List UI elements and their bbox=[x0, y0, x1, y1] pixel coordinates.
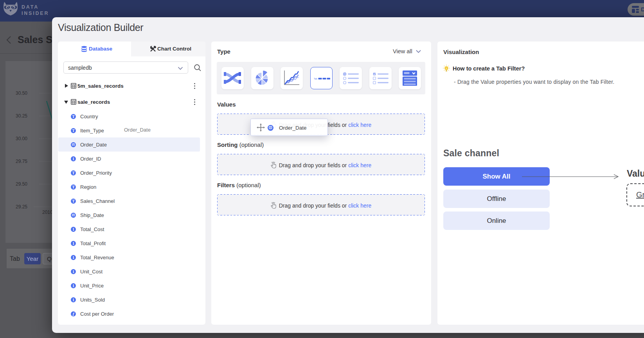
svg-text:Tab: Tab bbox=[314, 78, 317, 80]
